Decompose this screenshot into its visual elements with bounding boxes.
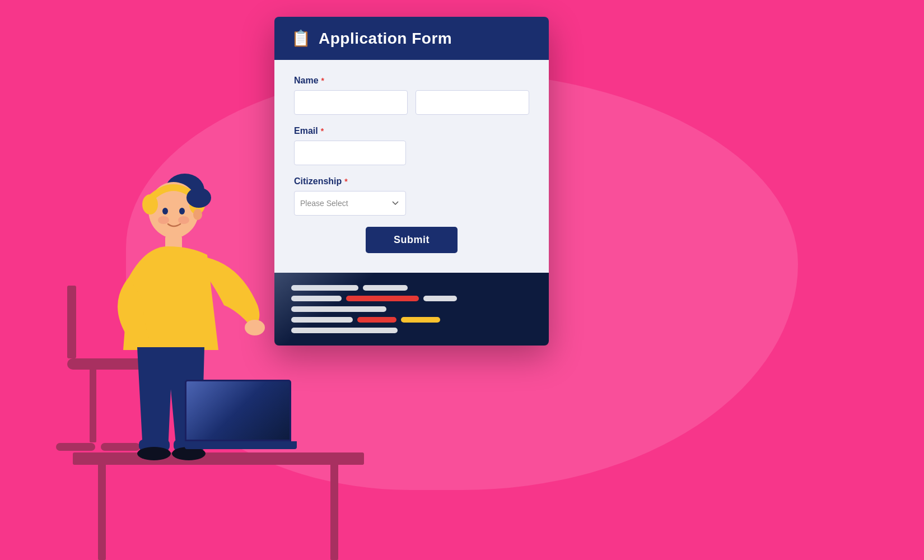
svg-point-5 (186, 188, 211, 208)
form-title: Application Form (319, 30, 452, 48)
svg-point-10 (137, 447, 171, 460)
last-name-input[interactable] (416, 90, 529, 115)
svg-point-14 (162, 208, 168, 214)
svg-point-15 (179, 208, 185, 214)
desk-leg-right (330, 462, 338, 560)
code-bar (346, 296, 419, 301)
code-bar (363, 285, 408, 291)
svg-point-7 (245, 320, 265, 335)
code-bar (357, 317, 396, 323)
code-bar (423, 296, 457, 301)
illustration (0, 56, 336, 560)
svg-point-12 (158, 216, 169, 224)
form-icon: 📋 (291, 29, 311, 48)
main-scene: 📋 Application Form Name * Email * (0, 0, 924, 560)
svg-point-4 (193, 209, 202, 220)
svg-point-2 (142, 194, 158, 214)
submit-button[interactable]: Submit (366, 227, 458, 253)
laptop-base (185, 441, 297, 449)
laptop-glow (186, 381, 290, 440)
form-header: 📋 Application Form (274, 17, 549, 60)
citizenship-required: * (344, 177, 347, 186)
code-bar (401, 317, 440, 323)
laptop-screen (185, 380, 291, 441)
laptop (185, 380, 297, 452)
svg-point-13 (178, 216, 189, 224)
desk-leg-left (98, 462, 106, 560)
